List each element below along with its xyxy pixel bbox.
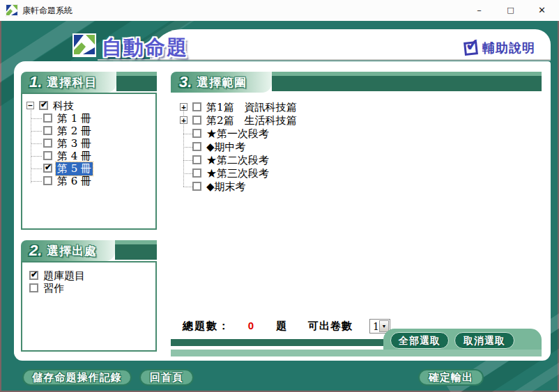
tree-label[interactable]: 科技 xyxy=(53,100,74,113)
section2-strip-dark xyxy=(115,244,157,260)
tree-connector xyxy=(183,134,192,134)
tree-label-selected[interactable]: 第 5 冊 xyxy=(56,162,93,175)
tree-connector xyxy=(31,143,42,144)
section3-header: 3. 選擇範圍 xyxy=(171,72,272,93)
part1-checkbox[interactable] xyxy=(192,102,201,111)
tree-label[interactable]: 第 2 冊 xyxy=(57,125,91,138)
tree-connector xyxy=(31,181,42,182)
workbook-checkbox[interactable] xyxy=(29,283,38,292)
tree-label[interactable]: 第 1 冊 xyxy=(57,112,91,125)
tree-label[interactable]: 第 4 冊 xyxy=(57,150,91,163)
tree-row: 第 1 冊 xyxy=(22,112,155,125)
tree-row: ◆期中考 xyxy=(171,141,547,153)
tree-row: 第 4 冊 xyxy=(22,150,155,162)
tree-row: ★第一次段考 xyxy=(171,127,547,140)
subject-box: − ✔ 科技 第 1 冊 第 2 冊 xyxy=(21,93,157,230)
total-count-value: 0 xyxy=(237,320,265,331)
tree-label[interactable]: 第 6 冊 xyxy=(57,175,91,188)
section1-header: 1. 選擇科目 xyxy=(21,72,116,93)
part2-checkbox[interactable] xyxy=(192,116,201,125)
exam1-checkbox[interactable] xyxy=(192,129,201,138)
application-window: 康軒命題系統 – □ ✕ 自動命題 ✔ 輔助說明 xyxy=(0,0,559,392)
minimize-button[interactable]: – xyxy=(464,0,495,21)
select-all-button[interactable]: 全部選取 xyxy=(390,332,449,349)
source-box: ✔ 題庫題目 習作 xyxy=(21,261,157,352)
volume4-checkbox[interactable] xyxy=(43,151,52,160)
tree-row: ✔ 第 5 冊 xyxy=(22,162,155,175)
tree-label[interactable]: ◆期中考 xyxy=(206,141,246,154)
expand-toggle[interactable]: + xyxy=(180,103,187,111)
help-check-icon: ✔ xyxy=(464,41,478,56)
section1-title: 選擇科目 xyxy=(47,75,97,91)
tree-label[interactable]: 第1篇 資訊科技篇 xyxy=(206,101,297,114)
papers-label: 可出卷數 xyxy=(308,320,353,333)
midterm-checkbox[interactable] xyxy=(192,142,201,151)
save-log-button[interactable]: 儲存命題操作記錄 xyxy=(22,369,132,386)
tree-row: ★第二次段考 xyxy=(171,154,547,166)
help-button[interactable]: ✔ 輔助說明 xyxy=(464,39,535,57)
range-tree: + 第1篇 資訊科技篇 + 第2篇 生活科技篇 ★第一次段考 xyxy=(171,101,547,198)
list-item: 習作 xyxy=(22,282,155,295)
range-bottom-strip xyxy=(171,350,542,356)
papers-select-value: 1 xyxy=(373,321,379,332)
tree-connector xyxy=(31,131,42,132)
maximize-button[interactable]: □ xyxy=(495,0,526,21)
bank-questions-checkbox[interactable]: ✔ xyxy=(29,271,38,280)
tree-label[interactable]: ◆期末考 xyxy=(206,180,246,194)
subject-tree: − ✔ 科技 第 1 冊 第 2 冊 xyxy=(22,94,155,228)
tree-label[interactable]: 第 3 冊 xyxy=(57,137,91,150)
list-item: ✔ 題庫題目 xyxy=(22,269,155,282)
volume1-checkbox[interactable] xyxy=(43,113,52,123)
titlebar: 康軒命題系統 – □ ✕ xyxy=(0,0,559,21)
tree-connector xyxy=(183,173,192,174)
exam3-checkbox[interactable] xyxy=(192,168,201,178)
tree-row: + 第1篇 資訊科技篇 xyxy=(171,101,547,113)
volume3-checkbox[interactable] xyxy=(43,139,52,148)
section3-strip-dark xyxy=(272,76,542,91)
subject-root-checkbox[interactable]: ✔ xyxy=(39,101,48,110)
help-label: 輔助說明 xyxy=(482,40,535,56)
total-count-unit: 題 xyxy=(276,320,286,333)
volume2-checkbox[interactable] xyxy=(43,126,52,135)
tree-row: 第 6 冊 xyxy=(22,175,155,187)
deselect-button[interactable]: 取消選取 xyxy=(454,332,514,349)
volume5-checkbox[interactable]: ✔ xyxy=(43,164,52,173)
source-label[interactable]: 習作 xyxy=(43,282,64,295)
app-background: 自動命題 ✔ 輔助說明 1. 選擇科目 − ✔ 科技 xyxy=(0,21,559,392)
volume6-checkbox[interactable] xyxy=(43,176,52,185)
window-title: 康軒命題系統 xyxy=(22,0,72,21)
tree-connector xyxy=(183,187,192,187)
section2-title: 選擇出處 xyxy=(47,243,97,259)
main-panel: 1. 選擇科目 − ✔ 科技 xyxy=(14,61,551,361)
section2-header: 2. 選擇出處 xyxy=(21,240,115,261)
tree-connector xyxy=(31,168,42,169)
tree-connector xyxy=(183,147,192,148)
final-checkbox[interactable] xyxy=(192,182,201,191)
section1-number: 1. xyxy=(29,73,42,91)
tree-row: + 第2篇 生活科技篇 xyxy=(171,114,547,127)
section3-title: 選擇範圍 xyxy=(197,75,247,91)
tree-label[interactable]: ★第三次段考 xyxy=(206,167,269,180)
section2-number: 2. xyxy=(29,242,42,260)
tree-connector xyxy=(31,156,42,157)
section3-number: 3. xyxy=(179,73,192,91)
home-button[interactable]: 回首頁 xyxy=(139,369,194,386)
tree-connector xyxy=(31,118,42,119)
collapse-toggle[interactable]: − xyxy=(26,102,34,109)
tree-label[interactable]: ★第二次段考 xyxy=(206,154,269,167)
tree-row: 第 3 冊 xyxy=(22,137,155,150)
tree-label[interactable]: 第2篇 生活科技篇 xyxy=(206,114,297,127)
tree-connector xyxy=(183,160,192,161)
tree-label[interactable]: ★第一次段考 xyxy=(206,127,269,141)
tree-row: ◆期末考 xyxy=(171,180,547,193)
source-list: ✔ 題庫題目 習作 xyxy=(22,262,155,350)
tree-row: ★第三次段考 xyxy=(171,167,547,180)
exam2-checkbox[interactable] xyxy=(192,155,201,164)
tree-row: 第 2 冊 xyxy=(22,125,155,137)
close-button[interactable]: ✕ xyxy=(526,0,558,21)
confirm-output-button[interactable]: 確定輸出 xyxy=(418,369,484,386)
source-label[interactable]: 題庫題目 xyxy=(43,269,85,283)
section1-strip-dark xyxy=(116,76,157,91)
tree-row: − ✔ 科技 xyxy=(22,100,155,112)
expand-toggle[interactable]: + xyxy=(180,116,187,124)
